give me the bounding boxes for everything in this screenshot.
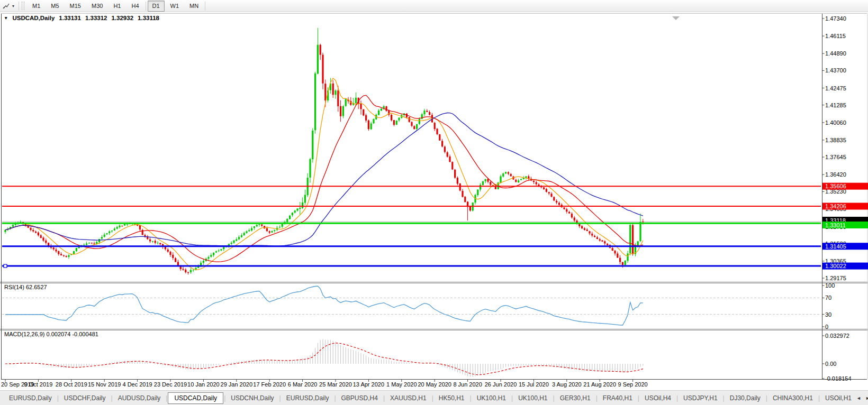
tab-usoil-h1[interactable]: USOil,H1 — [820, 393, 856, 403]
candle-body — [586, 229, 588, 231]
candle-body — [274, 230, 275, 231]
tab-usdcnh-daily[interactable]: USDCNH,Daily — [226, 393, 278, 403]
toolbar-grip[interactable] — [22, 2, 24, 10]
candle-body — [546, 189, 547, 191]
price-axis-label: 1.43700 — [825, 67, 846, 73]
tab-uk100-h1[interactable]: UK100,H1 — [472, 393, 511, 403]
date-axis-label: 10 Jan 2020 — [187, 381, 220, 388]
tab-ger30-h1[interactable]: GER30,H1 — [555, 393, 595, 403]
date-axis-label: 8 Jun 2020 — [453, 381, 482, 388]
tab-eurusd-daily[interactable]: EURUSD,Daily — [4, 393, 57, 403]
candle-body — [393, 120, 395, 125]
candle-body — [193, 270, 194, 270]
candle-body — [104, 235, 105, 237]
timeframe-button-h4[interactable]: H4 — [126, 1, 143, 12]
candle-body — [637, 241, 639, 245]
tab-scroll-left-icon[interactable]: ◄ — [856, 395, 861, 401]
candle-body — [525, 176, 527, 178]
candle-body — [571, 214, 573, 217]
candle-body — [612, 248, 613, 251]
toolbar-separator — [19, 2, 19, 11]
price-axis-label: 1.44890 — [825, 50, 846, 57]
candle-body — [627, 253, 628, 261]
timeframe-button-w1[interactable]: W1 — [166, 1, 184, 12]
tab-audusd-daily[interactable]: AUDUSD,Daily — [113, 393, 166, 403]
tab-china300-h1[interactable]: CHINA300,H1 — [768, 393, 818, 403]
top-toolbar: ▾ M1M5M15M30H1H4D1W1MN — [0, 0, 868, 12]
tab-scroll-buttons: ◄► — [856, 395, 868, 401]
candle-body — [106, 233, 107, 234]
candle-body — [314, 73, 316, 131]
candle-body — [594, 236, 595, 237]
candle-body — [566, 209, 567, 212]
candle-body — [207, 257, 209, 259]
candle-body — [607, 244, 608, 245]
macd-axis-label: 0.00 — [825, 361, 836, 367]
timeframe-button-mn[interactable]: MN — [185, 1, 203, 12]
timeframe-button-m15[interactable]: M15 — [65, 1, 86, 12]
candle-body — [38, 233, 39, 235]
candle-body — [215, 251, 217, 252]
candle-body — [139, 225, 141, 229]
date-axis-label: 1 May 2020 — [386, 381, 417, 388]
tab-gbpusd-h4[interactable]: GBPUSD,H4 — [337, 393, 383, 403]
candle-body — [40, 235, 42, 238]
rsi-axis-label: 0 — [825, 324, 828, 330]
price-axis-label: 1.29175 — [825, 275, 846, 281]
expand-arrow-icon[interactable]: ▼ — [4, 15, 8, 21]
candle-body — [91, 243, 93, 243]
candle-body — [533, 181, 535, 182]
timeframe-button-m5[interactable]: M5 — [46, 1, 64, 12]
candle-body — [167, 250, 169, 252]
candle-body — [589, 231, 590, 233]
line-selection-handle[interactable] — [4, 264, 7, 268]
candle-body — [258, 224, 260, 225]
tab-dj30-daily[interactable]: DJ30,Daily — [725, 393, 765, 403]
candlestick-chart[interactable]: RSI(14) 62.6527MACD(12,26,9) 0.002074 -0… — [0, 12, 868, 390]
candle-body — [243, 233, 245, 235]
candle-body — [220, 249, 222, 250]
candle-body — [462, 191, 463, 197]
timeframe-button-d1[interactable]: D1 — [148, 1, 165, 12]
tab-scroll-right-icon[interactable]: ► — [865, 395, 868, 401]
tab-usdcad-daily[interactable]: USDCAD,Daily — [168, 392, 223, 404]
candle-body — [121, 226, 123, 226]
candle-body — [550, 194, 552, 197]
timeframe-button-m1[interactable]: M1 — [28, 1, 45, 12]
candle-body — [469, 207, 471, 210]
candle-body — [515, 180, 517, 182]
candle-body — [423, 111, 425, 114]
tab-xauusd-h1[interactable]: XAUUSD,H1 — [385, 393, 431, 403]
chevron-down-icon[interactable]: ▾ — [11, 4, 16, 8]
rsi-axis-label: 30 — [825, 311, 831, 318]
chart-window[interactable]: RSI(14) 62.6527MACD(12,26,9) 0.002074 -0… — [0, 12, 868, 390]
candle-body — [213, 253, 214, 255]
date-axis-label: 23 Dec 2019 — [154, 381, 187, 388]
tab-usoil-h4[interactable]: USOil,H4 — [640, 393, 676, 403]
candle-body — [629, 225, 631, 253]
timeframe-button-m30[interactable]: M30 — [87, 1, 107, 12]
candle-body — [149, 240, 151, 242]
candle-body — [236, 239, 237, 241]
candle-body — [444, 146, 446, 152]
candle-body — [269, 231, 270, 233]
candle-body — [114, 228, 115, 230]
candle-body — [76, 248, 77, 251]
candle-body — [320, 45, 321, 55]
tab-usdchf-daily[interactable]: USDCHF,Daily — [59, 393, 111, 403]
candle-body — [614, 251, 616, 253]
tab-eurusd-daily[interactable]: EURUSD,Daily — [282, 393, 334, 403]
candle-body — [429, 112, 430, 115]
candle-body — [251, 228, 252, 231]
candle-body — [45, 241, 47, 243]
candle-body — [157, 243, 158, 243]
chart-cursor-icon[interactable] — [2, 2, 11, 10]
tab-usdjpy-h1[interactable]: USDJPY,H1 — [679, 393, 722, 403]
tab-fra40-h1[interactable]: FRA40,H1 — [598, 393, 637, 403]
date-axis-label: 25 Mar 2020 — [319, 381, 352, 388]
tab-uk100-h1[interactable]: UK100,H1 — [513, 393, 552, 403]
candle-body — [282, 224, 283, 227]
tab-hk50-h1[interactable]: HK50,H1 — [434, 393, 469, 403]
timeframe-button-h1[interactable]: H1 — [108, 1, 125, 12]
candle-body — [457, 178, 458, 183]
